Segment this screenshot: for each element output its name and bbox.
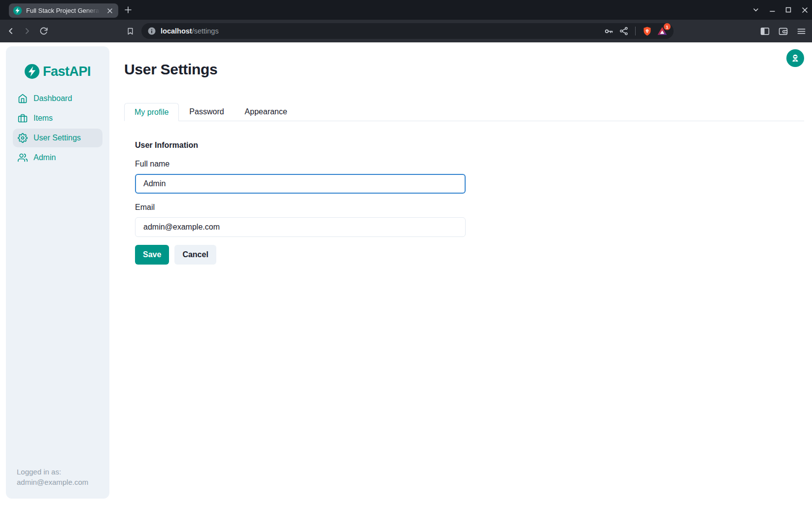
sidebar-item-items[interactable]: Items	[13, 109, 102, 128]
bookmark-icon[interactable]	[123, 24, 137, 38]
password-key-icon[interactable]	[603, 26, 614, 36]
user-menu-avatar-button[interactable]	[786, 49, 804, 67]
browser-titlebar: Full Stack Project Generat	[0, 0, 812, 20]
home-icon	[18, 94, 28, 103]
reload-button[interactable]	[36, 24, 50, 38]
tab-password[interactable]: Password	[179, 102, 234, 121]
share-icon[interactable]	[618, 26, 629, 36]
gear-icon	[18, 133, 28, 143]
sidebar-item-label: Dashboard	[34, 94, 72, 103]
url-bar[interactable]: localhost/settings 1	[141, 23, 674, 39]
logo-text: FastAPI	[43, 64, 91, 79]
section-title: User Information	[135, 141, 804, 150]
tab-appearance[interactable]: Appearance	[235, 102, 298, 121]
window-close-button[interactable]	[801, 0, 808, 20]
site-info-icon[interactable]	[147, 27, 156, 35]
browser-window: Full Stack Project Generat	[0, 0, 812, 505]
form-actions: Save Cancel	[135, 245, 804, 265]
rewards-badge: 1	[664, 23, 671, 30]
email-input[interactable]	[135, 217, 466, 237]
briefcase-icon	[18, 113, 28, 123]
users-icon	[18, 153, 28, 163]
page-content: FastAPI Dashboard Items User Settings	[0, 42, 812, 505]
sidebar-item-label: User Settings	[34, 134, 81, 142]
forward-button[interactable]	[20, 24, 34, 38]
save-button[interactable]: Save	[135, 245, 169, 265]
back-button[interactable]	[4, 24, 18, 38]
fastapi-favicon-icon	[13, 6, 22, 15]
my-profile-panel: User Information Full name Email Save Ca…	[124, 141, 804, 265]
new-tab-button[interactable]	[121, 3, 135, 17]
url-host: localhost	[161, 27, 192, 35]
page-title: User Settings	[124, 61, 804, 78]
window-controls	[752, 0, 808, 20]
sidebar-item-dashboard[interactable]: Dashboard	[13, 89, 102, 108]
browser-toolbar: localhost/settings 1	[0, 20, 812, 42]
urlbar-divider	[635, 27, 636, 35]
sidebar-toggle-icon[interactable]	[759, 24, 771, 38]
window-maximize-button[interactable]	[785, 0, 792, 20]
tab-search-chevron-icon[interactable]	[752, 0, 759, 20]
sidebar-item-label: Admin	[34, 153, 56, 162]
sidebar-item-user-settings[interactable]: User Settings	[13, 129, 102, 147]
menu-hamburger-icon[interactable]	[795, 24, 807, 38]
logged-in-label: Logged in as:	[17, 467, 99, 477]
browser-tab[interactable]: Full Stack Project Generat	[9, 3, 118, 18]
window-minimize-button[interactable]	[769, 0, 776, 20]
fastapi-logo: FastAPI	[13, 63, 102, 80]
tab-title: Full Stack Project Generat	[26, 7, 102, 14]
logged-in-info: Logged in as: admin@example.com	[13, 467, 102, 488]
sidebar-item-label: Items	[34, 114, 53, 123]
toolbar-right-icons	[759, 24, 808, 38]
user-astronaut-icon	[790, 53, 800, 63]
brave-wallet-icon[interactable]	[777, 24, 789, 38]
sidebar-item-admin[interactable]: Admin	[13, 148, 102, 167]
settings-tabs: My profile Password Appearance	[124, 102, 804, 121]
url-path: /settings	[192, 27, 219, 35]
tab-close-icon[interactable]	[105, 6, 114, 15]
url-text: localhost/settings	[161, 27, 219, 35]
app-sidebar: FastAPI Dashboard Items User Settings	[6, 46, 109, 499]
tab-my-profile[interactable]: My profile	[124, 103, 179, 121]
fastapi-bolt-icon	[25, 64, 39, 79]
brave-shield-icon[interactable]	[642, 26, 652, 36]
brave-rewards-icon[interactable]: 1	[657, 26, 668, 36]
logged-in-email: admin@example.com	[17, 477, 99, 488]
sidebar-nav: Dashboard Items User Settings Admin	[13, 89, 102, 167]
full-name-label: Full name	[135, 159, 804, 168]
full-name-input[interactable]	[135, 174, 466, 194]
cancel-button[interactable]: Cancel	[174, 245, 216, 265]
email-label: Email	[135, 202, 804, 212]
main-area: User Settings My profile Password Appear…	[124, 42, 804, 265]
